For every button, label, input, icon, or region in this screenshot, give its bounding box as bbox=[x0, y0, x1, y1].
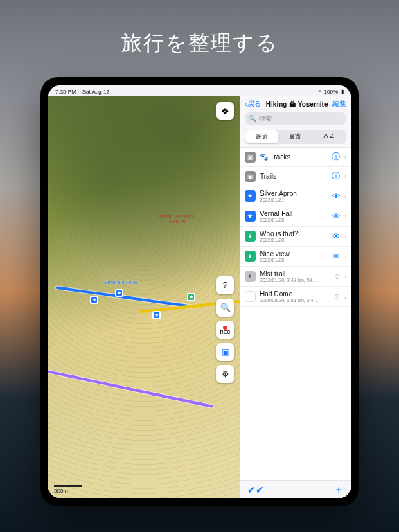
item-text: Vernal Fall2022/01/20 bbox=[260, 210, 328, 222]
search-icon: 🔍 bbox=[249, 115, 256, 122]
item-text: Nice view2022/01/20 bbox=[260, 250, 328, 263]
list-item[interactable]: ▣Trailsⓘ› bbox=[240, 167, 351, 186]
battery-icon: ▮ bbox=[341, 89, 344, 95]
search-map-button[interactable]: 🔍 bbox=[216, 299, 234, 317]
search-placeholder: 検索 bbox=[259, 114, 272, 123]
segmented-control[interactable]: 最近 最寄 A-Z bbox=[245, 130, 346, 144]
chevron-right-icon: › bbox=[344, 193, 346, 200]
waypoint-pin[interactable] bbox=[90, 296, 98, 304]
sidebar: ‹ 戻る Hiking 🏔 Yosemite 編集 🔍 検索 最近 最寄 A-Z… bbox=[240, 96, 351, 498]
contour-lines bbox=[48, 96, 240, 498]
item-text: Who is that?2022/01/20 bbox=[260, 230, 328, 242]
segment-nearest[interactable]: 最寄 bbox=[278, 130, 312, 143]
item-name: Half Dome bbox=[260, 290, 330, 298]
list-item[interactable]: ⇢Half Dome2009/08/30, 1.88 km, 2:4…⊘› bbox=[240, 287, 351, 307]
peak-elev: 2045 m bbox=[159, 219, 195, 224]
scale-text: 500 m bbox=[54, 488, 69, 494]
item-subtitle: 2022/01/20, 2.49 km, 59… bbox=[260, 278, 330, 283]
help-icon: ? bbox=[223, 281, 228, 290]
folder-icon: ▣ bbox=[245, 152, 256, 163]
map-tool-stack: ? 🔍 REC ▣ ⚙ bbox=[216, 276, 234, 383]
item-subtitle: 2009/08/30, 1.88 km, 2:4… bbox=[260, 298, 330, 303]
status-battery: 100% bbox=[324, 89, 338, 95]
visibility-off-icon[interactable]: ⊘ bbox=[334, 272, 340, 281]
map-label-emerald[interactable]: Emerald Pool bbox=[104, 279, 137, 285]
item-name: Mist trail bbox=[260, 270, 330, 278]
search-icon: 🔍 bbox=[220, 303, 231, 312]
item-text: Silver Apron2022/01/21 bbox=[260, 190, 328, 202]
visibility-on-icon[interactable]: 👁 bbox=[332, 212, 340, 220]
chevron-right-icon: › bbox=[344, 293, 346, 301]
chevron-right-icon: › bbox=[344, 253, 346, 260]
list-item[interactable]: ★Silver Apron2022/01/21👁› bbox=[240, 186, 351, 206]
visibility-on-icon[interactable]: 👁 bbox=[332, 252, 340, 260]
waypoint-pin[interactable] bbox=[152, 311, 161, 319]
gear-icon: ⚙ bbox=[222, 369, 229, 379]
map-view[interactable]: Emerald Pool Mount Broderick 2045 m 500 … bbox=[48, 96, 240, 498]
map-scale: 500 m bbox=[54, 485, 82, 494]
item-list[interactable]: ▣🐾 Tracksⓘ›▣Trailsⓘ›★Silver Apron2022/01… bbox=[240, 147, 351, 480]
info-icon[interactable]: ⓘ bbox=[332, 170, 340, 182]
segment-recent[interactable]: 最近 bbox=[245, 130, 278, 143]
item-text: Mist trail2022/01/20, 2.49 km, 59… bbox=[260, 270, 330, 283]
status-bar: 7:35 PM Sat Aug 12 ⌔ 100% ▮ bbox=[48, 85, 351, 96]
star-icon: ★ bbox=[245, 211, 256, 222]
list-item[interactable]: ★Who is that?2022/01/20👁› bbox=[240, 227, 351, 247]
segment-az[interactable]: A-Z bbox=[312, 130, 346, 143]
visibility-off-icon[interactable]: ⊘ bbox=[334, 292, 340, 301]
status-date: Sat Aug 12 bbox=[82, 89, 109, 95]
track-icon: ✦ bbox=[245, 271, 256, 282]
item-name: Vernal Fall bbox=[260, 210, 328, 218]
chevron-right-icon: › bbox=[344, 273, 346, 281]
chevron-right-icon: › bbox=[344, 213, 346, 220]
multiselect-button[interactable]: ✔︎✔︎ bbox=[247, 484, 264, 495]
item-name: Trails bbox=[260, 172, 328, 180]
sidebar-footer: ✔︎✔︎ ＋ bbox=[240, 480, 351, 498]
layers-button[interactable]: ❖ bbox=[216, 102, 234, 120]
back-label: 戻る bbox=[247, 99, 261, 109]
settings-button[interactable]: ⚙ bbox=[216, 365, 234, 383]
layers-icon: ❖ bbox=[221, 106, 229, 116]
record-button[interactable]: REC bbox=[216, 321, 234, 339]
record-label: REC bbox=[220, 330, 231, 335]
item-text: 🐾 Tracks bbox=[260, 153, 328, 161]
star-icon: ★ bbox=[245, 231, 256, 242]
item-subtitle: 2022/01/20 bbox=[260, 258, 328, 263]
item-subtitle: 2022/01/20 bbox=[260, 218, 328, 222]
wifi-icon: ⌔ bbox=[318, 89, 321, 95]
route-icon: ⇢ bbox=[245, 291, 256, 302]
item-subtitle: 2022/01/21 bbox=[260, 197, 328, 202]
status-time: 7:35 PM bbox=[55, 89, 76, 95]
visibility-on-icon[interactable]: 👁 bbox=[332, 192, 340, 200]
visibility-on-icon[interactable]: 👁 bbox=[332, 232, 340, 240]
list-item[interactable]: ✦Mist trail2022/01/20, 2.49 km, 59…⊘› bbox=[240, 267, 351, 287]
status-time-date: 7:35 PM Sat Aug 12 bbox=[55, 89, 109, 95]
help-button[interactable]: ? bbox=[216, 276, 234, 294]
item-name: 🐾 Tracks bbox=[260, 153, 328, 161]
list-item[interactable]: ▣🐾 Tracksⓘ› bbox=[240, 148, 351, 167]
sidebar-nav: ‹ 戻る Hiking 🏔 Yosemite 編集 bbox=[240, 96, 351, 110]
waypoint-pin-green[interactable] bbox=[187, 293, 195, 301]
tablet-screen: 7:35 PM Sat Aug 12 ⌔ 100% ▮ Eme bbox=[48, 85, 351, 498]
star-icon: ★ bbox=[245, 190, 256, 202]
list-item[interactable]: ★Nice view2022/01/20👁› bbox=[240, 247, 351, 267]
list-item[interactable]: ★Vernal Fall2022/01/20👁› bbox=[240, 206, 351, 227]
info-icon[interactable]: ⓘ bbox=[332, 151, 340, 163]
map-peak-label: Mount Broderick 2045 m bbox=[159, 214, 195, 224]
star-icon: ★ bbox=[245, 251, 256, 262]
add-button[interactable]: ＋ bbox=[334, 484, 344, 496]
folder-icon: ▣ bbox=[245, 171, 256, 182]
sidebar-title: Hiking 🏔 Yosemite bbox=[266, 100, 328, 108]
item-name: Who is that? bbox=[260, 230, 328, 238]
chevron-right-icon: › bbox=[344, 172, 346, 180]
hero-title: 旅行を整理する bbox=[121, 29, 278, 57]
edit-button[interactable]: 編集 bbox=[332, 99, 346, 109]
camera-button[interactable]: ▣ bbox=[216, 343, 234, 361]
waypoint-pin[interactable] bbox=[115, 289, 123, 297]
camera-icon: ▣ bbox=[222, 347, 229, 357]
item-subtitle: 2022/01/20 bbox=[260, 238, 328, 242]
search-input[interactable]: 🔍 検索 bbox=[245, 112, 346, 125]
chevron-right-icon: › bbox=[344, 153, 346, 161]
peak-name: Mount Broderick bbox=[159, 214, 195, 219]
back-button[interactable]: ‹ 戻る bbox=[245, 99, 261, 109]
